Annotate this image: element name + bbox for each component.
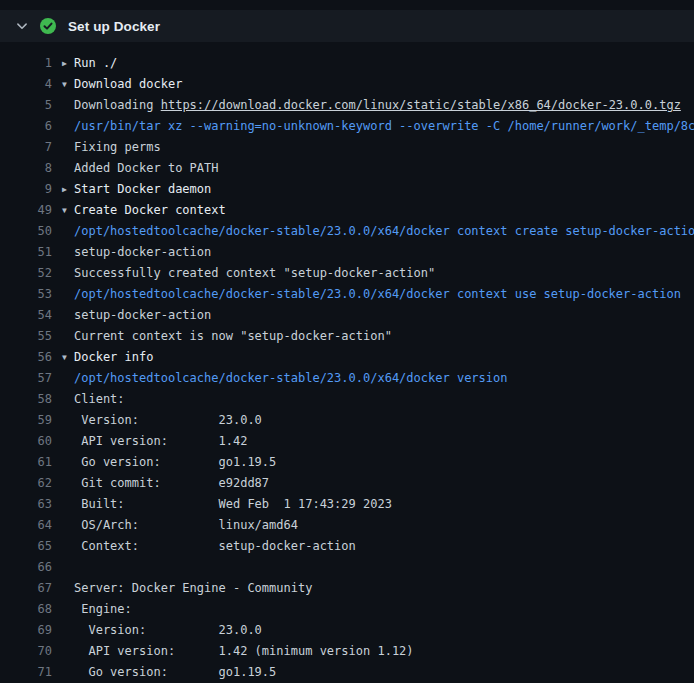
log-line[interactable]: 50/opt/hostedtoolcache/docker-stable/23.… [0, 221, 694, 242]
marker-spacer [62, 494, 74, 515]
line-number[interactable]: 49 [0, 200, 52, 221]
log-line[interactable]: 7Fixing perms [0, 137, 694, 158]
line-number[interactable]: 64 [0, 515, 52, 536]
log-line[interactable]: 52Successfully created context "setup-do… [0, 263, 694, 284]
marker-spacer [62, 137, 74, 158]
log-line[interactable]: 65 Context: setup-docker-action [0, 536, 694, 557]
marker-spacer [62, 452, 74, 473]
log-text: Fixing perms [74, 137, 161, 158]
triangle-down-icon[interactable]: ▼ [62, 347, 74, 368]
line-number[interactable]: 70 [0, 641, 52, 662]
step-header[interactable]: Set up Docker [0, 10, 694, 42]
chevron-down-icon[interactable] [16, 20, 28, 32]
log-line[interactable]: 57/opt/hostedtoolcache/docker-stable/23.… [0, 368, 694, 389]
log-text: /opt/hostedtoolcache/docker-stable/23.0.… [74, 221, 694, 242]
line-number[interactable]: 5 [0, 95, 52, 116]
line-number[interactable]: 1 [0, 53, 52, 74]
log-text: Built: Wed Feb 1 17:43:29 2023 [74, 494, 392, 515]
log-line[interactable]: 66 [0, 557, 694, 578]
line-number[interactable]: 62 [0, 473, 52, 494]
line-number[interactable]: 65 [0, 536, 52, 557]
triangle-right-icon[interactable]: ▶ [62, 53, 74, 74]
line-number[interactable]: 8 [0, 158, 52, 179]
log-line[interactable]: 1▶Run ./ [0, 53, 694, 74]
line-number[interactable]: 57 [0, 368, 52, 389]
log-text: Version: 23.0.0 [74, 620, 262, 641]
log-line[interactable]: 59 Version: 23.0.0 [0, 410, 694, 431]
log-text: Engine: [74, 599, 132, 620]
log-line[interactable]: 68 Engine: [0, 599, 694, 620]
marker-spacer [62, 599, 74, 620]
line-number[interactable]: 55 [0, 326, 52, 347]
line-number[interactable]: 7 [0, 137, 52, 158]
log-line[interactable]: 51setup-docker-action [0, 242, 694, 263]
log-text: setup-docker-action [74, 305, 211, 326]
line-number[interactable]: 54 [0, 305, 52, 326]
line-number[interactable]: 63 [0, 494, 52, 515]
line-number[interactable]: 4 [0, 74, 52, 95]
log-text: /usr/bin/tar xz --warning=no-unknown-key… [74, 116, 694, 137]
marker-spacer [62, 557, 74, 578]
log-line[interactable]: 8Added Docker to PATH [0, 158, 694, 179]
line-number[interactable]: 9 [0, 179, 52, 200]
line-number[interactable]: 67 [0, 578, 52, 599]
log-line[interactable]: 49▼Create Docker context [0, 200, 694, 221]
line-number[interactable]: 51 [0, 242, 52, 263]
marker-spacer [62, 410, 74, 431]
marker-spacer [62, 263, 74, 284]
log-line[interactable]: 61 Go version: go1.19.5 [0, 452, 694, 473]
line-number[interactable]: 71 [0, 662, 52, 683]
log-text: Go version: go1.19.5 [74, 662, 276, 683]
marker-spacer [62, 473, 74, 494]
line-number[interactable]: 6 [0, 116, 52, 137]
log-line[interactable]: 58Client: [0, 389, 694, 410]
log-line[interactable]: 64 OS/Arch: linux/amd64 [0, 515, 694, 536]
marker-spacer [62, 221, 74, 242]
line-number[interactable]: 60 [0, 431, 52, 452]
line-number[interactable]: 58 [0, 389, 52, 410]
log-line[interactable]: 54setup-docker-action [0, 305, 694, 326]
marker-spacer [62, 389, 74, 410]
log-text: Added Docker to PATH [74, 158, 219, 179]
log-text: /opt/hostedtoolcache/docker-stable/23.0.… [74, 368, 507, 389]
log-text: Downloading https://download.docker.com/… [74, 95, 681, 116]
log-text: Create Docker context [74, 200, 226, 221]
line-number[interactable]: 68 [0, 599, 52, 620]
marker-spacer [62, 305, 74, 326]
log-line[interactable]: 63 Built: Wed Feb 1 17:43:29 2023 [0, 494, 694, 515]
log-line[interactable]: 4▼Download docker [0, 74, 694, 95]
line-number[interactable]: 52 [0, 263, 52, 284]
log-line[interactable]: 53/opt/hostedtoolcache/docker-stable/23.… [0, 284, 694, 305]
line-number[interactable]: 69 [0, 620, 52, 641]
log-text: /opt/hostedtoolcache/docker-stable/23.0.… [74, 284, 681, 305]
log-line[interactable]: 60 API version: 1.42 [0, 431, 694, 452]
log-text: Download docker [74, 74, 182, 95]
log-line[interactable]: 5Downloading https://download.docker.com… [0, 95, 694, 116]
log-line[interactable]: 70 API version: 1.42 (minimum version 1.… [0, 641, 694, 662]
triangle-right-icon[interactable]: ▶ [62, 179, 74, 200]
line-number[interactable]: 59 [0, 410, 52, 431]
triangle-down-icon[interactable]: ▼ [62, 200, 74, 221]
log-line[interactable]: 55Current context is now "setup-docker-a… [0, 326, 694, 347]
line-number[interactable]: 61 [0, 452, 52, 473]
line-number[interactable]: 66 [0, 557, 52, 578]
triangle-down-icon[interactable]: ▼ [62, 74, 74, 95]
log-text: setup-docker-action [74, 242, 211, 263]
log-link[interactable]: https://download.docker.com/linux/static… [161, 98, 681, 112]
line-number[interactable]: 50 [0, 221, 52, 242]
marker-spacer [62, 536, 74, 557]
marker-spacer [62, 515, 74, 536]
log-line[interactable]: 62 Git commit: e92dd87 [0, 473, 694, 494]
log-line[interactable]: 67Server: Docker Engine - Community [0, 578, 694, 599]
log-line[interactable]: 69 Version: 23.0.0 [0, 620, 694, 641]
log-line[interactable]: 9▶Start Docker daemon [0, 179, 694, 200]
marker-spacer [62, 641, 74, 662]
log-line[interactable]: 71 Go version: go1.19.5 [0, 662, 694, 683]
line-number[interactable]: 56 [0, 347, 52, 368]
log-line[interactable]: 56▼Docker info [0, 347, 694, 368]
marker-spacer [62, 431, 74, 452]
check-circle-icon [40, 18, 56, 34]
line-number[interactable]: 53 [0, 284, 52, 305]
log-text: Client: [74, 389, 125, 410]
log-line[interactable]: 6/usr/bin/tar xz --warning=no-unknown-ke… [0, 116, 694, 137]
